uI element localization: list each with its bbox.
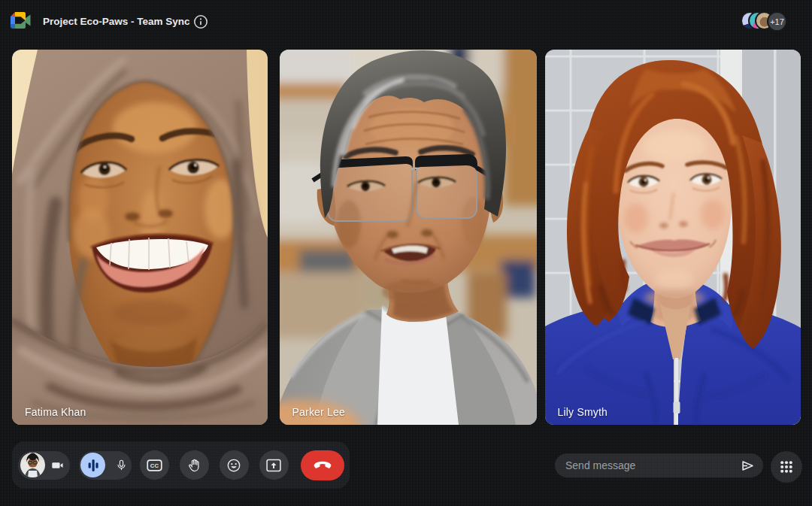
svg-text:CC: CC <box>150 462 159 469</box>
